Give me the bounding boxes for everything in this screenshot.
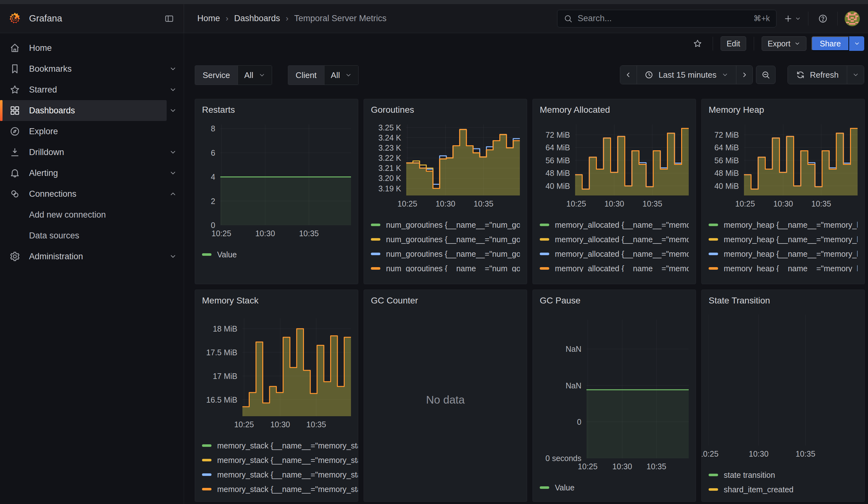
avatar[interactable]	[845, 11, 860, 26]
edit-button[interactable]: Edit	[721, 36, 746, 51]
chart-state-transition[interactable]: 10:2510:3010:35state transitionshard_ite…	[709, 315, 858, 497]
x-axis-tick: 10:35	[643, 199, 662, 208]
y-axis-tick: 16.5 MiB	[206, 395, 237, 404]
chart-memory-allocated[interactable]: 72 MiB64 MiB56 MiB48 MiB40 MiB10:2510:30…	[540, 124, 689, 272]
breadcrumb-home[interactable]: Home	[197, 13, 220, 23]
legend-item[interactable]: memory_heap {__name__="memory_heap"	[709, 232, 858, 247]
refresh-button[interactable]: Refresh	[788, 66, 847, 84]
legend-swatch	[371, 238, 380, 240]
sidebar-item-starred[interactable]: Starred	[0, 79, 167, 100]
sidebar-item-explore[interactable]: Explore	[0, 121, 179, 142]
sidebar-item-add-new-connection[interactable]: Add new connection	[0, 204, 179, 225]
legend-item[interactable]: num_goroutines {__name__="num_goroutines…	[371, 247, 520, 261]
y-axis-tick: 3.24 K	[379, 133, 401, 142]
chart-memory-stack[interactable]: 18 MiB17.5 MiB17 MiB16.5 MiB10:2510:3010…	[202, 318, 351, 496]
legend-item[interactable]: num_goroutines {__name__="num_goroutines…	[371, 261, 520, 272]
client-filter-value[interactable]: All	[324, 66, 358, 85]
time-forward-button[interactable]	[736, 66, 753, 84]
sidebar-toggle-icon[interactable]	[163, 12, 175, 25]
chart-gc-pause[interactable]: NaNNaN00 seconds10:2510:3010:35Value	[540, 320, 689, 495]
chevron-down-icon[interactable]	[167, 104, 179, 117]
share-button[interactable]: Share	[812, 36, 849, 51]
share-dropdown-button[interactable]	[849, 36, 864, 51]
chevron-down-icon[interactable]	[167, 167, 179, 179]
favorite-star-icon[interactable]	[690, 36, 705, 51]
legend-item[interactable]: shard_item_created	[709, 482, 858, 497]
sidebar-item-alerting[interactable]: Alerting	[0, 163, 167, 184]
plot-area[interactable]	[744, 124, 858, 195]
sidebar-item-data-sources[interactable]: Data sources	[0, 225, 179, 246]
chart-goroutines[interactable]: 3.25 K3.24 K3.23 K3.22 K3.21 K3.20 K3.19…	[371, 124, 520, 272]
plot-area[interactable]	[575, 124, 689, 195]
sidebar-item-connections[interactable]: Connections	[0, 184, 167, 204]
legend-item[interactable]: memory_allocated {__name__="memory_alloc…	[540, 232, 689, 247]
time-back-button[interactable]	[620, 66, 637, 84]
legend-label: memory_allocated {__name__="memory_alloc…	[555, 249, 689, 259]
panel-title[interactable]: State Transition	[709, 296, 770, 306]
legend-item[interactable]: memory_stack {__name__="memory_stack"	[202, 467, 351, 482]
legend-swatch	[709, 267, 718, 270]
chart-memory-heap[interactable]: 72 MiB64 MiB56 MiB48 MiB40 MiB10:2510:30…	[709, 124, 858, 272]
plot-area[interactable]	[587, 320, 689, 458]
share-button-group: Share	[812, 36, 864, 51]
chevron-up-icon[interactable]	[167, 187, 179, 200]
time-range-picker[interactable]: Last 15 minutes	[637, 66, 736, 84]
legend-item[interactable]: state transition	[709, 468, 858, 482]
service-filter-value[interactable]: All	[238, 66, 272, 85]
plot-area[interactable]	[406, 124, 520, 195]
sidebar-item-home[interactable]: Home	[0, 38, 179, 59]
export-button[interactable]: Export	[762, 36, 806, 51]
sidebar: HomeBookmarksStarredDashboardsExploreDri…	[0, 33, 184, 504]
sidebar-item-dashboards[interactable]: Dashboards	[0, 100, 167, 121]
sidebar-item-bookmarks[interactable]: Bookmarks	[0, 59, 167, 79]
legend-item[interactable]: memory_allocated {__name__="memory_alloc…	[540, 218, 689, 232]
add-button[interactable]	[783, 14, 801, 23]
chevron-down-icon[interactable]	[167, 63, 179, 75]
panel-title[interactable]: Restarts	[202, 105, 235, 115]
y-axis-tick: 48 MiB	[714, 169, 739, 178]
legend-item[interactable]: Value	[202, 247, 351, 262]
chevron-down-icon[interactable]	[167, 146, 179, 158]
help-icon[interactable]	[815, 11, 830, 26]
window-top-strip	[0, 0, 868, 4]
legend-label: memory_stack {__name__="memory_stack"	[217, 485, 358, 494]
service-filter[interactable]: Service All	[195, 65, 272, 85]
client-filter[interactable]: Client All	[288, 65, 359, 85]
x-axis: 10:2510:3010:35	[709, 448, 858, 461]
legend-item[interactable]: memory_heap {__name__="memory_heap"	[709, 218, 858, 232]
chart-restarts[interactable]: 8642010:2510:3010:35Value	[202, 124, 351, 262]
breadcrumb-dashboards[interactable]: Dashboards	[234, 13, 280, 23]
chevron-down-icon[interactable]	[167, 250, 179, 263]
grafana-logo-icon[interactable]	[8, 12, 21, 25]
nav-row: Explore	[0, 121, 184, 142]
search-input[interactable]: Search... ⌘+k	[557, 10, 776, 28]
legend-swatch	[202, 473, 211, 476]
y-axis-tick: 0	[211, 221, 215, 230]
panel-title[interactable]: GC Pause	[540, 296, 580, 306]
plot-area[interactable]	[242, 318, 351, 416]
legend-item[interactable]: num_goroutines {__name__="num_goroutines…	[371, 218, 520, 232]
legend-item[interactable]: memory_allocated {__name__="memory_alloc…	[540, 261, 689, 272]
legend-item[interactable]: memory_allocated {__name__="memory_alloc…	[540, 247, 689, 261]
refresh-interval-button[interactable]	[847, 66, 864, 84]
plot-area[interactable]	[220, 124, 351, 225]
legend-item[interactable]: Value	[540, 480, 689, 495]
sidebar-item-drilldown[interactable]: Drilldown	[0, 142, 167, 163]
panel-title[interactable]: GC Counter	[371, 296, 418, 306]
legend-item[interactable]: memory_stack {__name__="memory_stack"	[202, 438, 351, 453]
legend-item[interactable]: memory_heap {__name__="memory_heap"	[709, 261, 858, 272]
sidebar-item-administration[interactable]: Administration	[0, 246, 167, 267]
chevron-down-icon[interactable]	[167, 83, 179, 96]
zoom-out-button[interactable]	[756, 66, 776, 84]
plot-area[interactable]	[709, 315, 858, 445]
legend-item[interactable]: num_goroutines {__name__="num_goroutines…	[371, 232, 520, 247]
panel-title[interactable]: Memory Stack	[202, 296, 259, 306]
legend-item[interactable]: memory_heap {__name__="memory_heap"	[709, 247, 858, 261]
y-axis-tick: NaN	[566, 381, 581, 390]
legend-item[interactable]: memory_stack {__name__="memory_stack"	[202, 482, 351, 496]
panel-title[interactable]: Goroutines	[371, 105, 414, 115]
legend-item[interactable]: memory_stack {__name__="memory_stack"	[202, 453, 351, 467]
panel-title[interactable]: Memory Heap	[709, 105, 764, 115]
x-axis-tick: 10:25	[211, 229, 231, 238]
panel-title[interactable]: Memory Allocated	[540, 105, 610, 115]
